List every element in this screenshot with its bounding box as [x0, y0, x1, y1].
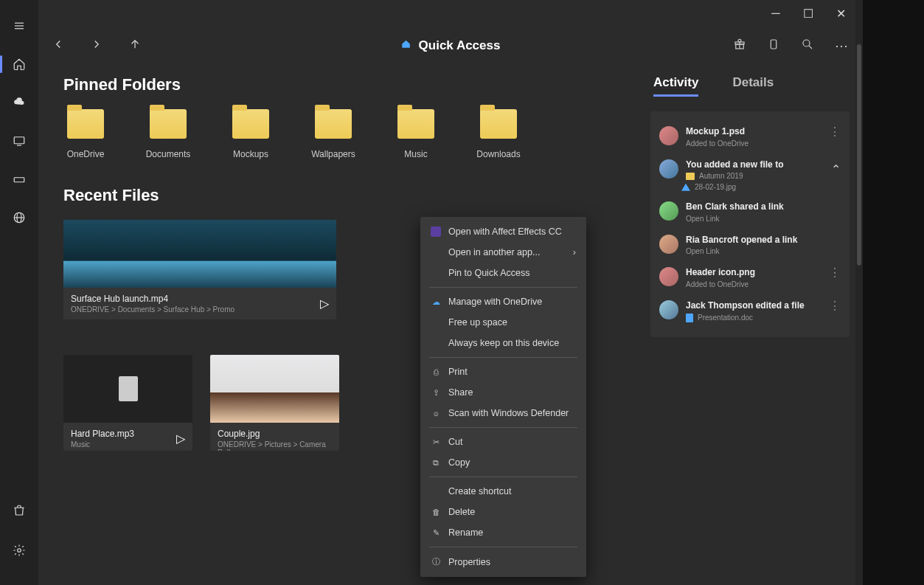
cm-delete[interactable]: 🗑Delete: [420, 502, 586, 522]
folder-music[interactable]: Music: [394, 109, 438, 159]
play-icon[interactable]: ▷: [176, 432, 185, 446]
pinned-heading: Pinned Folders: [63, 75, 636, 94]
item-more-icon[interactable]: ⋮: [829, 126, 841, 138]
recent-card-audio[interactable]: 1min Hard Place.mp3 Music ▷: [63, 355, 192, 451]
svg-point-9: [18, 549, 21, 553]
svg-rect-3: [14, 137, 24, 144]
context-menu: Open with Affect Effects CC Open in anot…: [420, 217, 586, 577]
activity-item[interactable]: Ben Clark shared a link Open Link: [655, 195, 845, 229]
more-icon[interactable]: ⋯: [835, 38, 850, 54]
shield-icon: ⌾: [431, 409, 441, 418]
doc-mini-icon: [686, 314, 693, 322]
file-name: Hard Place.mp3: [71, 429, 134, 439]
folder-onedrive[interactable]: OneDrive: [63, 109, 108, 159]
activity-list: Mockup 1.psd Added to OneDrive ⋮ You add…: [650, 111, 850, 337]
item-more-icon[interactable]: ⋮: [829, 300, 841, 312]
folder-documents[interactable]: Documents: [146, 109, 190, 159]
file-path: ONEDRIVE > Documents > Surface Hub > Pro…: [71, 305, 235, 314]
cm-print[interactable]: ⎙Print: [420, 361, 586, 382]
share-icon: ⇪: [431, 388, 441, 398]
home-small-icon: [401, 38, 411, 53]
cm-open-another[interactable]: Open in another app...›: [420, 242, 586, 263]
avatar: [659, 159, 678, 179]
folder-icon: [67, 109, 104, 139]
maximize-button[interactable]: ☐: [801, 7, 816, 21]
cm-cut[interactable]: ✂Cut: [420, 432, 586, 452]
cm-pin[interactable]: Pin to Quick Access: [420, 263, 586, 283]
hamburger-icon[interactable]: [7, 13, 32, 38]
svg-line-16: [809, 46, 812, 49]
collapse-icon[interactable]: ⌃: [831, 162, 841, 176]
chevron-right-icon: ›: [573, 247, 576, 257]
scrollbar[interactable]: [855, 0, 863, 585]
avatar: [659, 235, 678, 254]
home-icon[interactable]: [7, 52, 32, 77]
tab-details[interactable]: Details: [732, 75, 774, 97]
app-ae-icon: [431, 226, 441, 237]
folder-icon: [480, 109, 517, 139]
tab-activity[interactable]: Activity: [653, 75, 698, 97]
file-path: Music: [71, 440, 134, 449]
pinned-folders: OneDrive Documents Mockups Wallpapers Mu…: [63, 109, 636, 159]
folder-mockups[interactable]: Mockups: [229, 109, 273, 159]
app-window: ─ ☐ ✕ Quick Access: [0, 0, 863, 585]
folder-wallpapers[interactable]: Wallpapers: [311, 109, 355, 159]
cm-keep-device[interactable]: Always keep on this device: [420, 333, 586, 353]
activity-item[interactable]: Header icon.png Added to OneDrive ⋮: [655, 261, 845, 294]
activity-item[interactable]: You added a new file to Autumn 2019 ⌃: [655, 153, 845, 187]
forward-button[interactable]: [90, 38, 103, 55]
onedrive-icon[interactable]: [7, 90, 32, 115]
cloud-icon: ☁: [431, 297, 441, 307]
thumbnail: [63, 220, 336, 288]
breadcrumb[interactable]: Quick Access: [401, 38, 501, 53]
folder-icon: [232, 109, 269, 139]
device-icon[interactable]: [767, 38, 780, 54]
play-icon[interactable]: ▷: [320, 297, 329, 311]
toolbar: Quick Access ⋯: [38, 27, 863, 65]
print-icon: ⎙: [431, 367, 441, 376]
item-more-icon[interactable]: ⋮: [829, 267, 841, 279]
folder-icon: [315, 109, 352, 139]
gift-icon[interactable]: [733, 38, 746, 54]
avatar: [659, 201, 678, 221]
back-button[interactable]: [52, 38, 65, 55]
cm-open-with[interactable]: Open with Affect Effects CC: [420, 221, 586, 242]
titlebar: ─ ☐ ✕: [38, 0, 863, 27]
recent-card-image[interactable]: Couple.jpg ONEDRIVE > Pictures > Camera …: [210, 355, 339, 451]
activity-item[interactable]: Jack Thompson edited a file Presentation…: [655, 294, 845, 328]
close-button[interactable]: ✕: [833, 7, 848, 21]
folder-mini-icon: [686, 173, 695, 180]
cm-properties[interactable]: ⓘProperties: [420, 551, 586, 572]
trash-icon[interactable]: [7, 498, 32, 523]
minimize-button[interactable]: ─: [768, 7, 783, 21]
thumbnail: [210, 355, 339, 423]
search-icon[interactable]: [801, 38, 814, 54]
cm-free-space[interactable]: Free up space: [420, 312, 586, 333]
activity-item[interactable]: Mockup 1.psd Added to OneDrive ⋮: [655, 120, 845, 153]
side-panel: Activity Details Mockup 1.psd Added to O…: [643, 75, 850, 585]
folder-icon: [150, 109, 187, 139]
cut-icon: ✂: [431, 437, 441, 447]
keyboard-icon[interactable]: [7, 167, 32, 192]
rename-icon: ✎: [431, 528, 441, 538]
file-name: Surface Hub launch.mp4: [71, 294, 235, 304]
cm-copy[interactable]: ⧉Copy: [420, 452, 586, 473]
cm-manage-onedrive[interactable]: ☁Manage with OneDrive: [420, 291, 586, 312]
cm-shortcut[interactable]: Create shortcut: [420, 481, 586, 502]
page-title: Quick Access: [419, 38, 501, 53]
thispc-icon[interactable]: [7, 128, 32, 153]
up-button[interactable]: [128, 38, 142, 55]
cm-share[interactable]: ⇪Share: [420, 382, 586, 403]
svg-rect-14: [771, 40, 777, 49]
folder-downloads[interactable]: Downloads: [476, 109, 521, 159]
avatar: [659, 300, 678, 319]
copy-icon: ⧉: [431, 458, 441, 468]
recent-card-video[interactable]: ✓ Surface Hub launch.mp4 ONEDRIVE > Docu…: [63, 220, 336, 319]
cm-scan[interactable]: ⌾Scan with Windows Defender: [420, 403, 586, 423]
activity-item[interactable]: Ria Bancroft opened a link Open Link: [655, 229, 845, 262]
settings-icon[interactable]: [7, 538, 32, 563]
network-icon[interactable]: [7, 205, 32, 230]
file-name: Couple.jpg: [218, 429, 332, 439]
avatar: [659, 126, 678, 145]
cm-rename[interactable]: ✎Rename: [420, 522, 586, 543]
